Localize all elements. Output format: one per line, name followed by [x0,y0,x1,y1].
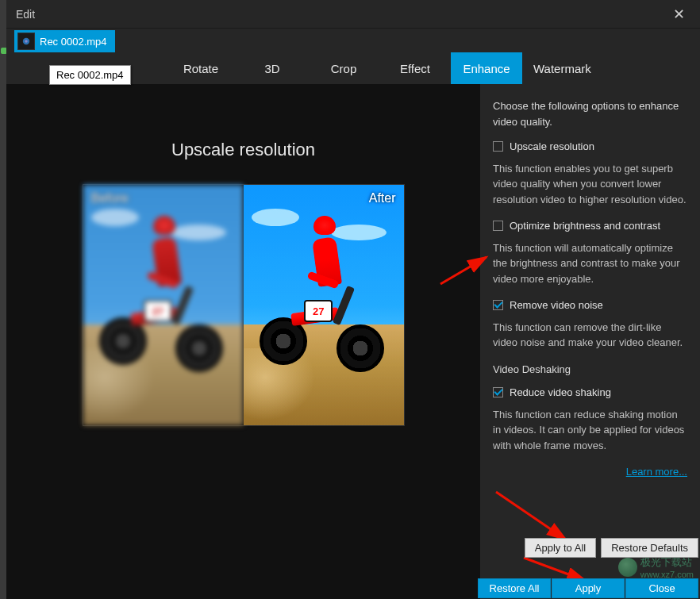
after-label: After [369,191,396,205]
content-area: Upscale resolution Before 27 [6,84,700,599]
file-tab-label: Rec 0002.mp4 [40,36,107,48]
filetab-row: Rec 0002.mp4 [6,29,700,52]
option-upscale-desc: This function enables you to get superb … [493,161,687,208]
before-image: Before 27 [83,185,244,425]
option-optimize[interactable]: Optimize brightness and contrast [493,218,687,234]
options-intro: Choose the following options to enhance … [493,98,687,129]
option-denoise-label: Remove video noise [510,298,603,313]
file-tab[interactable]: Rec 0002.mp4 [14,30,115,52]
option-deshake-desc: This function can reduce shaking motion … [493,407,687,454]
option-deshake-label: Reduce video shaking [510,385,611,401]
plate-number-before: 27 [144,300,172,322]
option-optimize-desc: This function will automatically optimiz… [493,240,687,287]
preview-heading: Upscale resolution [171,140,315,160]
before-label: Before [91,191,129,205]
checkbox-deshake[interactable] [493,387,503,397]
option-deshake[interactable]: Reduce video shaking [493,385,687,401]
apply-to-all-button[interactable]: Apply to All [525,538,596,558]
option-denoise-desc: This function can remove the dirt-like v… [493,320,687,351]
edit-window: Edit ✕ Rec 0002.mp4 Rotate 3D Crop Effec… [6,0,700,599]
option-denoise[interactable]: Remove video noise [493,298,687,313]
button-row-lower: Restore All Apply Close [477,578,698,598]
restore-all-button[interactable]: Restore All [478,578,551,598]
tab-effect[interactable]: Effect [379,52,451,84]
close-icon[interactable]: ✕ [667,6,690,23]
restore-defaults-button[interactable]: Restore Defaults [601,538,698,558]
tab-3d[interactable]: 3D [237,52,308,84]
learn-more-link[interactable]: Learn more... [626,464,687,480]
tab-crop[interactable]: Crop [308,52,379,84]
tab-watermark[interactable]: Watermark [522,52,602,84]
checkbox-upscale[interactable] [493,141,503,152]
options-panel: Choose the following options to enhance … [480,84,700,599]
window-title: Edit [16,8,35,21]
file-tooltip: Rec 0002.mp4 [49,65,131,85]
checkbox-optimize[interactable] [493,221,503,231]
close-button[interactable]: Close [625,578,698,598]
tab-rotate[interactable]: Rotate [165,52,237,84]
svg-point-1 [25,40,28,43]
before-after-compare: Before 27 After [83,184,405,426]
option-upscale[interactable]: Upscale resolution [493,139,687,155]
button-row-upper: Apply to All Restore Defaults [525,538,698,558]
deshake-heading: Video Deshaking [493,362,687,378]
plate-number-after: 27 [304,300,333,322]
option-upscale-label: Upscale resolution [510,139,594,155]
option-optimize-label: Optimize brightness and contrast [510,218,660,234]
titlebar: Edit ✕ [6,0,700,29]
tab-enhance[interactable]: Enhance [451,52,522,84]
apply-button[interactable]: Apply [552,578,625,598]
checkbox-denoise[interactable] [493,300,503,310]
after-image: After 27 [244,185,404,425]
preview-pane: Upscale resolution Before 27 [6,84,480,599]
file-thumb-icon [17,33,35,50]
